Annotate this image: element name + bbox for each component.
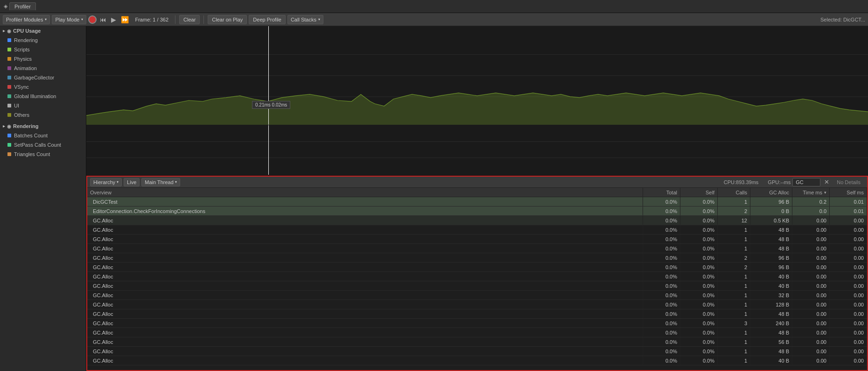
table-row[interactable]: GC.Alloc 0.0% 0.0% 1 32 B 0.00 0.00 [87,291,867,300]
sidebar-item-cpu-scripts[interactable]: Scripts [0,45,86,54]
sidebar-item-cpu-vsync[interactable]: VSync [0,82,86,92]
table-row[interactable]: GC.Alloc 0.0% 0.0% 1 48 B 0.00 0.00 [87,309,867,319]
record-button[interactable] [88,15,97,24]
col-gcalloc-label: GC Alloc [769,190,789,195]
table-row[interactable]: GC.Alloc 0.0% 0.0% 1 48 B 0.00 0.00 [87,347,867,356]
table-row[interactable]: EditorConnection.CheckForIncomingConnect… [87,207,867,216]
cell-timems: 0.00 [792,337,830,346]
live-dropdown[interactable]: Live [124,178,140,186]
sidebar-item-cpu-global-illumination[interactable]: Global Illumination [0,92,86,101]
step-back-button[interactable]: ⏮ [98,16,108,23]
cell-self: 0.0% [680,347,718,356]
cell-calls: 3 [718,319,750,328]
cell-calls: 1 [718,356,750,365]
cell-selfms: 0.00 [830,263,867,271]
gpu-time-label: GPU:--ms [768,179,791,185]
cell-self: 0.0% [680,235,718,243]
table-row[interactable]: GC.Alloc 0.0% 0.0% 1 128 B 0.00 0.00 [87,300,867,309]
col-header-selfms[interactable]: Self ms [830,188,867,197]
table-row[interactable]: GC.Alloc 0.0% 0.0% 1 48 B 0.00 0.00 [87,244,867,253]
toolbar-separator-2 [203,15,204,24]
cell-gcalloc: 48 B [750,225,792,234]
cpu-chart-panel[interactable]: 33ms (30FPS) 16ms (60FPS) [86,26,868,125]
fast-forward-button[interactable]: ⏩ [119,16,130,23]
table-row[interactable]: GC.Alloc 0.0% 0.0% 12 0.5 KB 0.00 0.00 [87,216,867,225]
clear-on-play-button[interactable]: Clear on Play [208,15,247,24]
table-row[interactable]: DicGCTest 0.0% 0.0% 1 96 B 0.2 0.01 [87,197,867,207]
sidebar-rendering-header[interactable]: ▸ ◉ Rendering [0,121,86,131]
table-row[interactable]: GC.Alloc 0.0% 0.0% 1 40 B 0.00 0.00 [87,281,867,291]
sidebar-item-cpu-others[interactable]: Others [0,110,86,120]
table-body[interactable]: DicGCTest 0.0% 0.0% 1 96 B 0.2 0.01 Edit… [87,197,867,370]
cell-self: 0.0% [680,328,718,337]
table-row[interactable]: GC.Alloc 0.0% 0.0% 3 240 B 0.00 0.00 [87,319,867,328]
col-header-overview[interactable]: Overview [87,188,643,197]
search-input[interactable] [792,178,820,186]
table-row[interactable]: GC.Alloc 0.0% 0.0% 1 48 B 0.00 0.00 [87,225,867,235]
sidebar-cpu-header[interactable]: ▸ ◉ CPU Usage [0,26,86,36]
sidebar-item-cpu-ui[interactable]: UI [0,101,86,110]
sidebar: ▸ ◉ CPU Usage RenderingScriptsPhysicsAni… [0,26,86,371]
table-row[interactable]: GC.Alloc 0.0% 0.0% 1 48 B 0.00 0.00 [87,235,867,244]
deep-profile-button[interactable]: Deep Profile [249,15,286,24]
cell-timems: 0.00 [792,253,830,262]
clear-button[interactable]: Clear [179,15,200,24]
cell-self: 0.0% [680,253,718,262]
col-header-self[interactable]: Self [680,188,718,197]
col-header-calls[interactable]: Calls [718,188,750,197]
search-close-button[interactable]: ✕ [822,178,831,186]
table-row[interactable]: GC.Alloc 0.0% 0.0% 2 96 B 0.00 0.00 [87,253,867,263]
frame-counter: Frame: 1 / 362 [132,17,171,22]
col-header-total[interactable]: Total [643,188,680,197]
table-row[interactable]: GC.Alloc 0.0% 0.0% 1 40 B 0.00 0.00 [87,356,867,365]
cpu-chart-svg[interactable] [86,26,868,125]
cell-self: 0.0% [680,337,718,346]
sidebar-item-label: Global Illumination [14,93,56,99]
table-row[interactable]: GC.Alloc 0.0% 0.0% 1 56 B 0.00 0.00 [87,337,867,347]
cell-calls: 1 [718,244,750,253]
table-row[interactable]: GC.Alloc 0.0% 0.0% 2 96 B 0.00 0.00 [87,263,867,272]
sidebar-item-rendering-batches-count[interactable]: Batches Count [0,131,86,140]
main-thread-dropdown[interactable]: Main Thread ▾ [141,178,180,186]
play-button[interactable]: ▶ [110,16,118,23]
cell-self: 0.0% [680,197,718,206]
sidebar-item-rendering-triangles-count[interactable]: Triangles Count [0,150,86,159]
sidebar-item-cpu-animation[interactable]: Animation [0,64,86,73]
cell-selfms: 0.00 [830,356,867,365]
color-dot [7,48,11,51]
col-header-timems[interactable]: Time ms ▾ [792,188,830,197]
sidebar-item-label: UI [14,103,19,108]
sidebar-item-rendering-setpass-calls-count[interactable]: SetPass Calls Count [0,140,86,150]
color-dot [7,57,11,61]
color-dot [7,94,11,98]
table-row[interactable]: GC.Alloc 0.0% 0.0% 1 40 B 0.00 0.00 [87,272,867,281]
sidebar-item-cpu-physics[interactable]: Physics [0,54,86,64]
color-dot [7,113,11,117]
call-stacks-dropdown[interactable]: Call Stacks ▾ [287,15,323,24]
col-header-gcalloc[interactable]: GC Alloc [750,188,792,197]
cell-self: 0.0% [680,263,718,271]
cell-self: 0.0% [680,319,718,328]
cell-selfms: 0.00 [830,253,867,262]
profiler-modules-dropdown[interactable]: Profiler Modules ▾ [3,15,50,24]
play-mode-dropdown[interactable]: Play Mode ▾ [52,15,86,24]
cell-total: 0.0% [643,291,680,300]
cell-gcalloc: 56 B [750,337,792,346]
play-mode-arrow: ▾ [81,17,83,21]
bottom-toolbar: Hierarchy ▾ Live Main Thread ▾ CPU:893.3… [87,177,867,188]
cell-self: 0.0% [680,207,718,215]
table-row[interactable]: GC.Alloc 0.0% 0.0% 1 48 B 0.00 0.00 [87,328,867,337]
profiler-tab[interactable]: Profiler [9,2,36,10]
cell-overview: DicGCTest [87,197,643,206]
cell-calls: 2 [718,253,750,262]
cell-total: 0.0% [643,216,680,225]
cell-overview: GC.Alloc [87,225,643,234]
cell-self: 0.0% [680,291,718,300]
sidebar-item-cpu-garbagecollector[interactable]: GarbageCollector [0,73,86,82]
sidebar-item-label: VSync [14,84,29,90]
cell-timems: 0.00 [792,272,830,281]
rendering-chart-svg[interactable] [86,125,868,175]
rendering-chart-panel[interactable] [86,125,868,175]
hierarchy-dropdown[interactable]: Hierarchy ▾ [90,178,122,186]
sidebar-item-cpu-rendering[interactable]: Rendering [0,36,86,45]
